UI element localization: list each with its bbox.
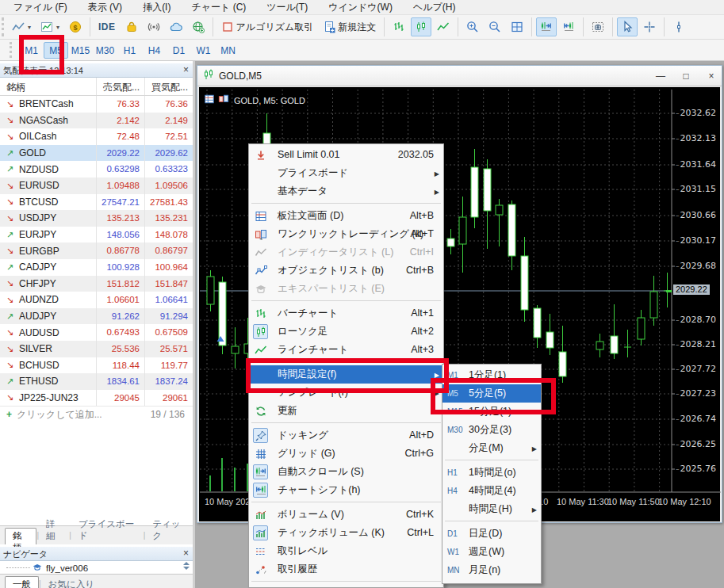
- zoom-out-icon[interactable]: [485, 17, 505, 36]
- timeframe-m5[interactable]: M5: [44, 42, 68, 59]
- timeframe-m1[interactable]: M1: [19, 42, 44, 59]
- table-row-usdjpy[interactable]: ↘USDJPY135.213135.231: [0, 210, 193, 227]
- menu-c[interactable]: チャート (C): [181, 0, 256, 15]
- menu-item-v[interactable]: ボリューム (V)Ctrl+K: [249, 506, 443, 524]
- menu-item-g[interactable]: グリッド (G)Ctrl+G: [249, 445, 443, 463]
- column-header-ask[interactable]: 買気配...: [144, 78, 193, 95]
- new-order-icon[interactable]: 新規注文: [319, 17, 380, 36]
- menu-item-151[interactable]: M1515分足(1): [442, 403, 541, 421]
- close-icon[interactable]: ×: [183, 548, 189, 559]
- table-row-chfjpy[interactable]: ↘CHFJPY151.812151.847: [0, 276, 193, 292]
- signal-icon[interactable]: [144, 17, 164, 36]
- community-icon[interactable]: [188, 17, 209, 36]
- menu-v[interactable]: 表示 (V): [78, 0, 132, 15]
- table-row-eurusd[interactable]: ↘EURUSD1.094881.09506: [0, 178, 193, 194]
- menu-item-44[interactable]: H44時間足(4): [442, 482, 541, 500]
- menu-item-[interactable]: 取引履歴: [249, 560, 443, 578]
- dom-panel-icon[interactable]: [204, 93, 215, 108]
- table-row-oilcash[interactable]: ↘OILCash72.4872.51: [0, 128, 193, 145]
- menu-item-k[interactable]: ワンクリックトレーディング (k)Alt+T: [249, 225, 443, 243]
- timeframe-h1[interactable]: H1: [117, 42, 142, 59]
- menu-h[interactable]: ヘルプ(H): [403, 0, 466, 15]
- menu-item-w[interactable]: W1週足(W): [442, 543, 541, 561]
- column-header-symbol[interactable]: 銘柄: [0, 78, 96, 95]
- menu-item-k[interactable]: ティックボリューム (K)Ctrl+L: [249, 524, 443, 542]
- algo-trading-icon[interactable]: アルゴリズム取引: [217, 17, 318, 36]
- menu-f[interactable]: ファイル (F): [3, 0, 78, 15]
- menu-item-h[interactable]: 時間足(H)▶: [442, 500, 541, 518]
- zoom-in-icon[interactable]: [462, 17, 483, 36]
- cloud-icon[interactable]: [166, 17, 186, 36]
- tile-windows-icon[interactable]: [507, 17, 527, 36]
- table-row-audnzd[interactable]: ↘AUDNZD1.066011.06641: [0, 292, 193, 308]
- chart-window-titlebar[interactable]: GOLD,M5 — □ ×: [197, 66, 722, 86]
- cursor-icon[interactable]: [617, 17, 638, 36]
- chart-shift-icon[interactable]: [558, 17, 579, 36]
- table-row-btcusd[interactable]: ↘BTCUSD27547.2127581.43: [0, 194, 193, 211]
- menu-item-d[interactable]: 板注文画面 (D)Alt+B: [249, 207, 443, 225]
- table-row-gold[interactable]: ↗GOLD2029.222029.62: [0, 145, 193, 162]
- menu-w[interactable]: ウインドウ(W): [318, 0, 403, 15]
- table-row-cadjpy[interactable]: ↗CADJPY100.928100.964: [0, 259, 193, 276]
- table-row-nzdusd[interactable]: ↗NZDUSD0.632980.63323: [0, 161, 193, 178]
- dollar-icon[interactable]: $: [65, 17, 86, 36]
- menu-item-[interactable]: 更新: [249, 402, 443, 420]
- one-click-trading-icon[interactable]: [218, 93, 229, 108]
- line-chart-icon[interactable]: [433, 17, 454, 36]
- bar-chart-icon[interactable]: [389, 17, 409, 36]
- menu-item-d[interactable]: D1日足(D): [442, 525, 541, 543]
- line-type-icon[interactable]: ▾: [8, 17, 35, 36]
- menu-item-f[interactable]: 時間足設定(f)▶: [249, 365, 443, 384]
- column-header-bid[interactable]: 売気配...: [96, 78, 144, 95]
- menu-item-[interactable]: プライスボード▶: [249, 164, 443, 182]
- menu-i[interactable]: 挿入(I): [132, 0, 181, 15]
- maximize-button[interactable]: □: [680, 71, 691, 82]
- chevron-down-icon[interactable]: ▾: [56, 24, 59, 31]
- menu-item-303[interactable]: M3030分足(3): [442, 421, 541, 439]
- menu-item-[interactable]: 取引レベル: [249, 542, 443, 560]
- menu-item-11[interactable]: M11分足(1): [442, 366, 541, 384]
- table-row-bchusd[interactable]: ↘BCHUSD118.44119.77: [0, 357, 193, 374]
- table-row-audusd[interactable]: ↘AUDUSD0.674930.67509: [0, 324, 193, 341]
- timeframe-mn[interactable]: MN: [216, 42, 240, 59]
- timeframe-d1[interactable]: D1: [167, 42, 191, 59]
- navigator-tab-1[interactable]: お気に入り: [41, 577, 102, 588]
- table-row-ngascash[interactable]: ↘NGASCash2.1422.149: [0, 113, 193, 129]
- menu-item-b[interactable]: オブジェクトリスト (b)Ctrl+B: [249, 262, 443, 280]
- close-icon[interactable]: ×: [183, 64, 189, 75]
- menu-item-[interactable]: ドッキングAlt+D: [249, 426, 443, 445]
- table-row-audjpy[interactable]: ↗AUDJPY91.26291.294: [0, 308, 193, 325]
- market-wat-tab-2[interactable]: プライスボード: [71, 517, 144, 544]
- timeframe-m15[interactable]: M15: [68, 42, 93, 59]
- minimize-button[interactable]: —: [655, 71, 666, 82]
- auto-scroll-icon[interactable]: [536, 17, 557, 36]
- menu-item-[interactable]: ローソク足Alt+2: [249, 323, 443, 341]
- close-button[interactable]: ×: [706, 71, 717, 82]
- market-wat-tab-1[interactable]: 詳細: [39, 517, 69, 544]
- scroll-spinner[interactable]: [183, 562, 190, 570]
- menu-item-n[interactable]: MN月足(n): [442, 561, 541, 579]
- timeframe-w1[interactable]: W1: [191, 42, 216, 59]
- navigator-tab-0[interactable]: 一般: [5, 576, 39, 588]
- menu-item-55[interactable]: M55分足(5): [442, 384, 541, 403]
- menu-item-1o[interactable]: H11時間足(o): [442, 464, 541, 482]
- candle-chart-icon[interactable]: [411, 17, 431, 36]
- timeframe-m30[interactable]: M30: [93, 42, 117, 59]
- menu-item-r[interactable]: テンプレート(r)▶: [249, 384, 443, 402]
- toolbar-IDE[interactable]: IDE: [94, 17, 120, 36]
- market-bag-icon[interactable]: [121, 17, 142, 36]
- menu-item-s[interactable]: 自動スクロール (S): [249, 463, 443, 481]
- table-row-eurgbp[interactable]: ↘EURGBP0.867780.86797: [0, 242, 193, 259]
- table-row-eurjpy[interactable]: ↗EURJPY148.056148.078: [0, 227, 193, 243]
- table-row-brentcash[interactable]: ↘BRENTCash76.3376.36: [0, 96, 193, 113]
- market-wat-tab-3[interactable]: ティック: [145, 517, 193, 544]
- menu-item-[interactable]: 基本データ▶: [249, 182, 443, 200]
- crosshair-icon[interactable]: [639, 17, 660, 36]
- menu-item-[interactable]: バーチャートAlt+1: [249, 304, 443, 323]
- chart-type-icon[interactable]: ▾: [36, 17, 63, 36]
- screenshot-icon[interactable]: [588, 17, 608, 36]
- navigator-item-fly-ver006[interactable]: fly_ver006: [46, 563, 88, 573]
- table-row-ethusd[interactable]: ↗ETHUSD1834.611837.24: [0, 373, 193, 390]
- vertical-line-icon[interactable]: [668, 17, 689, 36]
- table-row-jp225-jun23[interactable]: ↘JP225-JUN232904529061: [0, 390, 193, 407]
